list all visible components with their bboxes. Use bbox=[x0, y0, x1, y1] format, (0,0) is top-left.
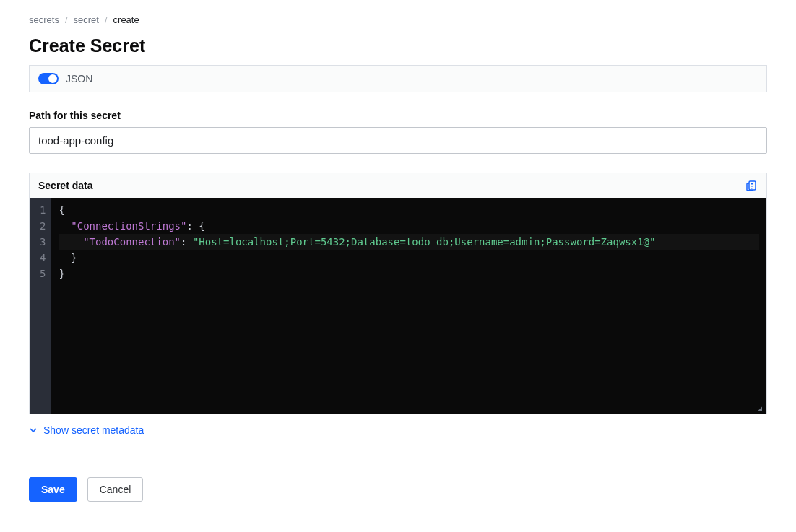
secret-data-header: Secret data bbox=[29, 173, 767, 198]
code-line: "ConnectionStrings": { bbox=[59, 218, 759, 234]
show-metadata-label: Show secret metadata bbox=[43, 424, 144, 436]
breadcrumb: secrets / secret / create bbox=[29, 14, 767, 25]
path-input[interactable] bbox=[29, 127, 767, 154]
code-editor[interactable]: 12345 { "ConnectionStrings": { "TodoConn… bbox=[29, 198, 767, 414]
code-line: "TodoConnection": "Host=localhost;Port=5… bbox=[59, 234, 759, 250]
save-button[interactable]: Save bbox=[29, 477, 77, 502]
line-number: 2 bbox=[40, 218, 46, 234]
code-area[interactable]: { "ConnectionStrings": { "TodoConnection… bbox=[51, 198, 766, 414]
json-toggle[interactable] bbox=[38, 73, 59, 84]
path-field-group: Path for this secret bbox=[29, 110, 767, 154]
line-number: 5 bbox=[40, 266, 46, 282]
page-title: Create Secret bbox=[29, 35, 767, 56]
json-toggle-label: JSON bbox=[66, 73, 92, 84]
show-metadata-toggle[interactable]: Show secret metadata bbox=[29, 424, 144, 436]
code-line: } bbox=[59, 266, 759, 282]
secret-data-section: Secret data 12345 { "ConnectionStrings":… bbox=[29, 173, 767, 414]
breadcrumb-item[interactable]: secret bbox=[74, 14, 99, 25]
line-number: 3 bbox=[40, 234, 46, 250]
json-toggle-panel: JSON bbox=[29, 65, 767, 92]
code-gutter: 12345 bbox=[30, 198, 51, 414]
breadcrumb-item[interactable]: secrets bbox=[29, 14, 59, 25]
code-line: { bbox=[59, 202, 759, 218]
actions-bar: Save Cancel bbox=[29, 461, 767, 502]
breadcrumb-separator: / bbox=[65, 14, 68, 25]
path-field-label: Path for this secret bbox=[29, 110, 767, 121]
secret-data-header-title: Secret data bbox=[38, 180, 92, 191]
breadcrumb-current: create bbox=[113, 14, 139, 25]
breadcrumb-separator: / bbox=[105, 14, 108, 25]
clipboard-icon[interactable] bbox=[745, 179, 758, 192]
toggle-thumb bbox=[48, 74, 57, 83]
cancel-button[interactable]: Cancel bbox=[87, 477, 144, 502]
chevron-down-icon bbox=[29, 426, 38, 435]
line-number: 4 bbox=[40, 250, 46, 266]
line-number: 1 bbox=[40, 202, 46, 218]
code-line: } bbox=[59, 250, 759, 266]
